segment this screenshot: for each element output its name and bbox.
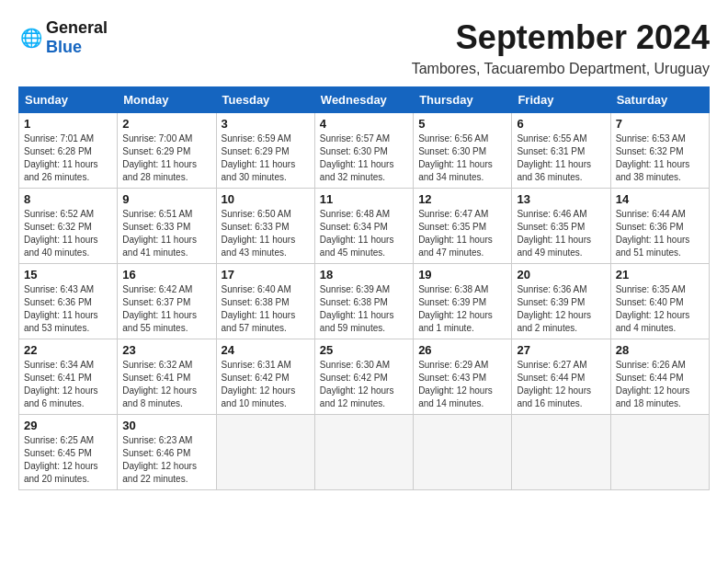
calendar-week-row: 29Sunrise: 6:25 AM Sunset: 6:45 PM Dayli…	[19, 415, 710, 490]
calendar-day-cell: 4Sunrise: 6:57 AM Sunset: 6:30 PM Daylig…	[314, 113, 413, 189]
calendar-day-cell: 21Sunrise: 6:35 AM Sunset: 6:40 PM Dayli…	[610, 264, 709, 339]
day-info: Sunrise: 6:27 AM Sunset: 6:44 PM Dayligh…	[517, 359, 605, 410]
location-subtitle: Tambores, Tacuarembo Department, Uruguay	[18, 61, 710, 77]
calendar-day-cell: 2Sunrise: 7:00 AM Sunset: 6:29 PM Daylig…	[118, 113, 216, 189]
day-number: 5	[418, 117, 506, 131]
day-number: 18	[320, 268, 408, 282]
day-number: 8	[24, 192, 112, 206]
calendar-day-cell: 9Sunrise: 6:51 AM Sunset: 6:33 PM Daylig…	[118, 189, 216, 264]
page-header: 🌐 General Blue September 2024	[18, 18, 710, 57]
calendar-day-cell	[414, 415, 512, 490]
calendar-day-cell: 5Sunrise: 6:56 AM Sunset: 6:30 PM Daylig…	[414, 113, 512, 189]
day-info: Sunrise: 6:31 AM Sunset: 6:42 PM Dayligh…	[222, 359, 310, 410]
day-info: Sunrise: 6:29 AM Sunset: 6:43 PM Dayligh…	[418, 359, 506, 410]
day-info: Sunrise: 6:40 AM Sunset: 6:38 PM Dayligh…	[222, 283, 310, 335]
calendar-day-cell: 19Sunrise: 6:38 AM Sunset: 6:39 PM Dayli…	[414, 264, 512, 339]
day-number: 1	[24, 117, 112, 131]
calendar-header-row: SundayMondayTuesdayWednesdayThursdayFrid…	[19, 87, 710, 113]
calendar-day-cell: 22Sunrise: 6:34 AM Sunset: 6:41 PM Dayli…	[19, 339, 118, 415]
calendar-day-cell: 7Sunrise: 6:53 AM Sunset: 6:32 PM Daylig…	[610, 113, 709, 189]
calendar-day-cell: 8Sunrise: 6:52 AM Sunset: 6:32 PM Daylig…	[19, 189, 118, 264]
calendar-week-row: 22Sunrise: 6:34 AM Sunset: 6:41 PM Dayli…	[19, 339, 710, 415]
day-info: Sunrise: 6:43 AM Sunset: 6:36 PM Dayligh…	[24, 283, 112, 335]
calendar-day-cell: 30Sunrise: 6:23 AM Sunset: 6:46 PM Dayli…	[118, 415, 216, 490]
day-info: Sunrise: 6:42 AM Sunset: 6:37 PM Dayligh…	[122, 283, 210, 335]
calendar-day-cell: 18Sunrise: 6:39 AM Sunset: 6:38 PM Dayli…	[314, 264, 413, 339]
day-info: Sunrise: 6:26 AM Sunset: 6:44 PM Dayligh…	[616, 359, 704, 410]
day-info: Sunrise: 7:00 AM Sunset: 6:29 PM Dayligh…	[122, 132, 210, 184]
calendar-day-cell: 15Sunrise: 6:43 AM Sunset: 6:36 PM Dayli…	[19, 264, 118, 339]
calendar-day-cell: 17Sunrise: 6:40 AM Sunset: 6:38 PM Dayli…	[216, 264, 314, 339]
calendar-day-cell: 23Sunrise: 6:32 AM Sunset: 6:41 PM Dayli…	[118, 339, 216, 415]
calendar-day-cell: 10Sunrise: 6:50 AM Sunset: 6:33 PM Dayli…	[216, 189, 314, 264]
calendar-header-saturday: Saturday	[610, 87, 709, 113]
day-info: Sunrise: 6:23 AM Sunset: 6:46 PM Dayligh…	[122, 434, 210, 486]
day-info: Sunrise: 6:52 AM Sunset: 6:32 PM Dayligh…	[24, 208, 112, 259]
calendar-day-cell: 24Sunrise: 6:31 AM Sunset: 6:42 PM Dayli…	[216, 339, 314, 415]
day-info: Sunrise: 6:38 AM Sunset: 6:39 PM Dayligh…	[418, 283, 506, 335]
day-number: 7	[616, 117, 704, 131]
day-number: 22	[24, 343, 112, 357]
day-number: 11	[320, 192, 408, 206]
day-number: 16	[122, 268, 210, 282]
day-number: 13	[517, 192, 605, 206]
day-number: 2	[122, 117, 210, 131]
day-info: Sunrise: 6:25 AM Sunset: 6:45 PM Dayligh…	[24, 434, 112, 486]
svg-text:🌐: 🌐	[20, 27, 43, 49]
calendar-header-tuesday: Tuesday	[216, 87, 314, 113]
day-number: 29	[24, 419, 112, 432]
calendar-day-cell: 11Sunrise: 6:48 AM Sunset: 6:34 PM Dayli…	[314, 189, 413, 264]
day-number: 6	[517, 117, 605, 131]
day-number: 10	[222, 192, 310, 206]
calendar-week-row: 1Sunrise: 7:01 AM Sunset: 6:28 PM Daylig…	[19, 113, 710, 189]
day-number: 26	[418, 343, 506, 357]
calendar-day-cell: 14Sunrise: 6:44 AM Sunset: 6:36 PM Dayli…	[610, 189, 709, 264]
calendar-week-row: 8Sunrise: 6:52 AM Sunset: 6:32 PM Daylig…	[19, 189, 710, 264]
day-info: Sunrise: 6:53 AM Sunset: 6:32 PM Dayligh…	[616, 132, 704, 184]
logo: 🌐 General Blue	[18, 18, 108, 57]
calendar-header-thursday: Thursday	[414, 87, 512, 113]
calendar-day-cell: 3Sunrise: 6:59 AM Sunset: 6:29 PM Daylig…	[216, 113, 314, 189]
day-number: 20	[517, 268, 605, 282]
day-info: Sunrise: 6:35 AM Sunset: 6:40 PM Dayligh…	[616, 283, 704, 335]
day-number: 9	[122, 192, 210, 206]
logo-bird-icon: 🌐	[20, 25, 46, 51]
day-info: Sunrise: 6:55 AM Sunset: 6:31 PM Dayligh…	[517, 132, 605, 184]
day-info: Sunrise: 6:39 AM Sunset: 6:38 PM Dayligh…	[320, 283, 408, 335]
calendar-day-cell	[314, 415, 413, 490]
calendar-day-cell: 28Sunrise: 6:26 AM Sunset: 6:44 PM Dayli…	[610, 339, 709, 415]
day-info: Sunrise: 6:48 AM Sunset: 6:34 PM Dayligh…	[320, 208, 408, 259]
calendar-day-cell: 12Sunrise: 6:47 AM Sunset: 6:35 PM Dayli…	[414, 189, 512, 264]
calendar-day-cell	[512, 415, 610, 490]
day-number: 19	[418, 268, 506, 282]
calendar-day-cell: 29Sunrise: 6:25 AM Sunset: 6:45 PM Dayli…	[19, 415, 118, 490]
day-info: Sunrise: 6:46 AM Sunset: 6:35 PM Dayligh…	[517, 208, 605, 259]
month-title: September 2024	[456, 18, 710, 57]
day-info: Sunrise: 6:32 AM Sunset: 6:41 PM Dayligh…	[122, 359, 210, 410]
day-number: 23	[122, 343, 210, 357]
day-number: 25	[320, 343, 408, 357]
calendar-day-cell: 27Sunrise: 6:27 AM Sunset: 6:44 PM Dayli…	[512, 339, 610, 415]
day-number: 28	[616, 343, 704, 357]
day-number: 4	[320, 117, 408, 131]
day-number: 30	[122, 419, 210, 432]
day-number: 14	[616, 192, 704, 206]
day-number: 27	[517, 343, 605, 357]
day-number: 21	[616, 268, 704, 282]
calendar-header-friday: Friday	[512, 87, 610, 113]
calendar-header-monday: Monday	[118, 87, 216, 113]
day-info: Sunrise: 6:59 AM Sunset: 6:29 PM Dayligh…	[222, 132, 310, 184]
day-info: Sunrise: 6:36 AM Sunset: 6:39 PM Dayligh…	[517, 283, 605, 335]
calendar-day-cell	[610, 415, 709, 490]
day-info: Sunrise: 6:56 AM Sunset: 6:30 PM Dayligh…	[418, 132, 506, 184]
calendar-day-cell: 6Sunrise: 6:55 AM Sunset: 6:31 PM Daylig…	[512, 113, 610, 189]
day-info: Sunrise: 6:47 AM Sunset: 6:35 PM Dayligh…	[418, 208, 506, 259]
day-info: Sunrise: 6:50 AM Sunset: 6:33 PM Dayligh…	[222, 208, 310, 259]
day-info: Sunrise: 6:44 AM Sunset: 6:36 PM Dayligh…	[616, 208, 704, 259]
calendar-header-wednesday: Wednesday	[314, 87, 413, 113]
day-info: Sunrise: 7:01 AM Sunset: 6:28 PM Dayligh…	[24, 132, 112, 184]
day-info: Sunrise: 6:51 AM Sunset: 6:33 PM Dayligh…	[122, 208, 210, 259]
day-number: 3	[222, 117, 310, 131]
logo-blue-text: Blue	[46, 38, 82, 56]
day-number: 24	[222, 343, 310, 357]
